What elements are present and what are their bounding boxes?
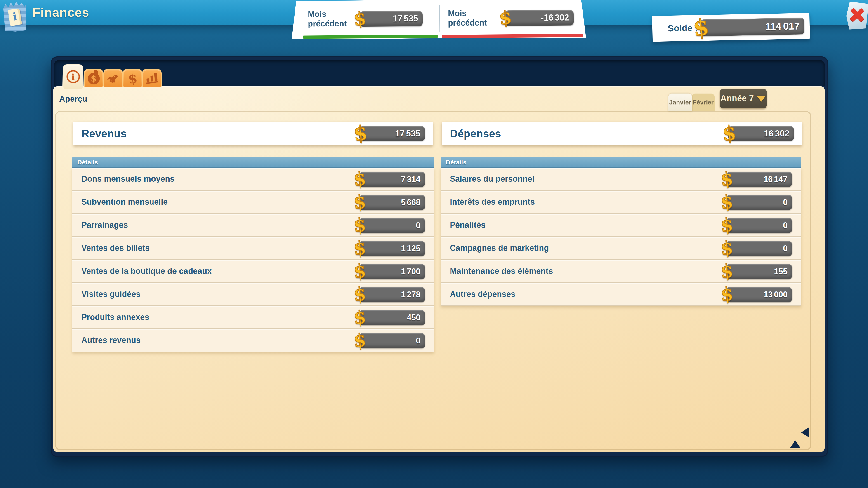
amount-pill: $0 xyxy=(360,218,425,233)
expenses-details-header: Détails xyxy=(441,157,801,168)
tab-strip xyxy=(54,60,825,86)
expenses-total: $ 16 302 xyxy=(728,126,794,141)
dollar-icon: $ xyxy=(352,7,367,30)
dollar-icon: $ xyxy=(352,306,367,328)
dollar-icon: $ xyxy=(352,260,367,282)
previous-month-summary: Mois précédent $ 17 535 Mois précédent $… xyxy=(291,0,586,39)
bar-chart-icon xyxy=(145,73,158,84)
finances-window: i Finances Mois précédent $ 17 535 Mois … xyxy=(0,0,868,488)
amount-pill: $155 xyxy=(726,264,792,279)
expenses-table: Salaires du personnel $16 147 Intérêts d… xyxy=(441,168,801,306)
revenue-row: Autres revenus $0 xyxy=(72,329,434,352)
dollar-icon: $ xyxy=(352,237,367,259)
dollar-icon: $ xyxy=(352,283,367,305)
month-tab-fevrier[interactable]: Février xyxy=(692,94,715,111)
prev-month-income-amount: $ 17 535 xyxy=(360,11,423,27)
revenue-row: Visites guidées $1 278 xyxy=(72,283,434,306)
window-title: Finances xyxy=(33,5,89,20)
prev-month-expense-amount: $ -16 302 xyxy=(505,10,574,26)
revenue-row: Ventes de la boutique de cadeaux $1 700 xyxy=(72,260,434,283)
income-indicator-bar xyxy=(303,35,438,39)
revenue-row: Parrainages $0 xyxy=(72,214,434,237)
dollar-icon: $ xyxy=(721,121,737,145)
sheet-title: Aperçu xyxy=(59,94,87,104)
amount-pill: $16 147 xyxy=(726,172,792,187)
expense-row: Maintenance des éléments $155 xyxy=(441,260,801,283)
amount-pill: $5 668 xyxy=(360,195,425,210)
revenue-row: Subvention mensuelle $5 668 xyxy=(72,191,434,214)
dollar-icon: $ xyxy=(720,168,734,190)
info-circle-icon: i xyxy=(66,70,80,84)
amount-pill: $7 314 xyxy=(360,172,425,187)
dollar-icon: $ xyxy=(352,329,367,351)
dollar-icon: $ xyxy=(352,121,368,145)
dollar-icon: $ xyxy=(720,237,734,259)
amount-pill: $0 xyxy=(726,218,792,233)
balance-panel: Solde : $ 114 017 xyxy=(652,13,810,41)
tab-reports[interactable] xyxy=(142,69,162,87)
amount-pill: $1 700 xyxy=(360,264,425,279)
handshake-icon xyxy=(106,73,120,84)
year-selector-label: Année 7 xyxy=(720,94,754,103)
dollar-icon: $ xyxy=(498,6,513,29)
amount-pill: $0 xyxy=(360,333,425,348)
expense-indicator-bar xyxy=(442,34,583,38)
close-button[interactable] xyxy=(846,1,868,30)
amount-pill: $1 278 xyxy=(360,287,425,302)
tab-sponsorships[interactable] xyxy=(103,69,123,87)
month-tab-janvier[interactable]: Janvier xyxy=(668,94,692,111)
dollar-icon: $ xyxy=(720,214,734,236)
dollar-icon: $ xyxy=(352,168,367,190)
revenues-table: Dons mensuels moyens $7 314 Subvention m… xyxy=(72,168,434,352)
amount-pill: $0 xyxy=(726,241,792,256)
expense-row: Salaires du personnel $16 147 xyxy=(441,168,801,191)
ledger-book-icon: i xyxy=(8,8,22,26)
amount-pill: $450 xyxy=(360,310,425,325)
expense-row: Autres dépenses $13 000 xyxy=(441,283,801,306)
dollar-icon: $ xyxy=(720,283,734,305)
amount-pill: $0 xyxy=(726,195,792,210)
revenue-row: Ventes des billets $1 125 xyxy=(72,237,434,260)
dollar-icon: $ xyxy=(352,214,367,236)
corner-notch-icon xyxy=(790,440,800,448)
expenses-title: Dépenses xyxy=(450,122,501,145)
revenues-title: Revenus xyxy=(81,122,127,145)
finances-ledger-icon: i xyxy=(3,1,27,32)
revenues-total: $ 17 535 xyxy=(360,126,425,141)
expense-row: Intérêts des emprunts $0 xyxy=(441,191,801,214)
dollar-icon: $ xyxy=(720,191,734,213)
dollar-icon: $ xyxy=(127,70,138,87)
dollar-icon: $ xyxy=(720,260,734,282)
expense-row: Pénalités $0 xyxy=(441,214,801,237)
year-selector[interactable]: Année 7 xyxy=(720,89,767,108)
revenue-row: Produits annexes $450 xyxy=(72,306,434,329)
dollar-icon: $ xyxy=(352,191,367,213)
amount-pill: $1 125 xyxy=(360,241,425,256)
tab-finance[interactable]: $ xyxy=(123,69,143,87)
expenses-header: Dépenses $ 16 302 xyxy=(442,122,802,145)
revenue-row: Dons mensuels moyens $7 314 xyxy=(72,168,434,191)
revenues-details-header: Détails xyxy=(72,157,434,168)
corner-notch-icon xyxy=(801,427,809,437)
amount-pill: $13 000 xyxy=(726,287,792,302)
tab-donations[interactable]: $ xyxy=(84,69,103,87)
summary-divider xyxy=(439,5,440,32)
revenues-header: Revenus $ 17 535 xyxy=(73,122,433,145)
tab-overview[interactable]: i xyxy=(62,64,84,89)
balance-amount: $ 114 017 xyxy=(700,18,804,36)
dollar-icon: $ xyxy=(692,13,710,41)
prev-month-income-label: Mois précédent xyxy=(308,9,359,29)
expense-row: Campagnes de marketing $0 xyxy=(441,237,801,260)
prev-month-expense-label: Mois précédent xyxy=(448,8,499,28)
chevron-down-icon xyxy=(757,96,766,101)
money-bag-icon: $ xyxy=(88,72,100,84)
